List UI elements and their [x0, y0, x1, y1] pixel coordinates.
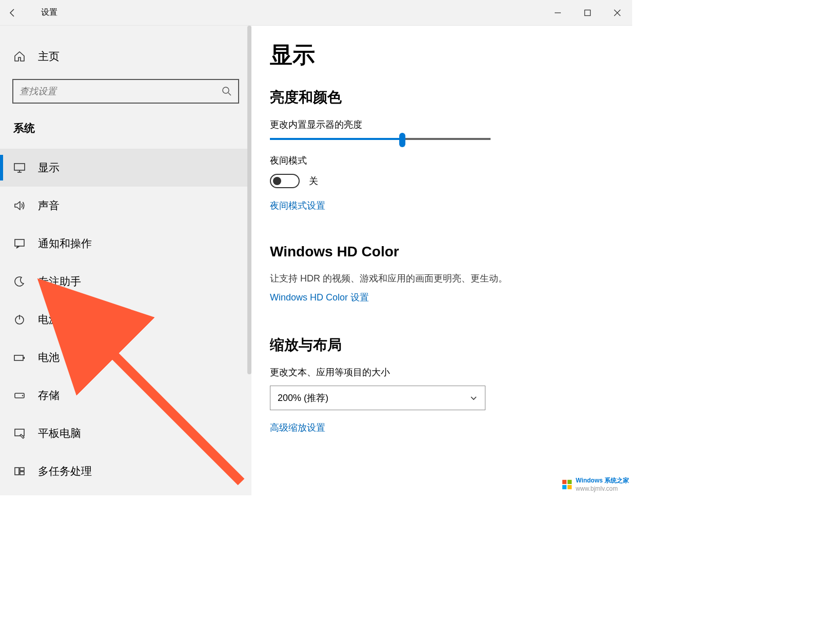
sidebar-item-label: 存储	[38, 388, 60, 402]
minimize-button[interactable]	[543, 0, 573, 26]
svg-rect-14	[15, 429, 24, 436]
sidebar-home-label: 主页	[38, 49, 60, 64]
windows-logo-icon	[561, 479, 573, 490]
section-hdr: Windows HD Color	[270, 244, 614, 260]
multitask-icon	[13, 465, 26, 477]
home-icon	[13, 50, 26, 63]
sidebar-scrollbar[interactable]	[247, 26, 251, 374]
hdr-settings-link[interactable]: Windows HD Color 设置	[270, 291, 369, 304]
sidebar-item-notifications[interactable]: 通知和操作	[0, 225, 251, 263]
sidebar-home[interactable]: 主页	[0, 41, 251, 72]
window-controls	[543, 0, 632, 26]
sidebar-item-power-sleep[interactable]: 电源和睡眠	[0, 300, 251, 338]
sidebar-item-display[interactable]: 显示	[0, 149, 251, 187]
svg-rect-19	[562, 479, 566, 484]
watermark: Windows 系统之家 www.bjmlv.com	[561, 476, 629, 492]
brightness-slider-label: 更改内置显示器的亮度	[270, 118, 614, 131]
svg-point-2	[223, 87, 229, 93]
search-icon	[222, 86, 232, 96]
sidebar-item-label: 通知和操作	[38, 236, 92, 251]
sidebar-item-label: 平板电脑	[38, 426, 81, 440]
sidebar-item-label: 电源和睡眠	[38, 312, 92, 327]
minimize-icon	[554, 9, 561, 16]
svg-rect-4	[14, 164, 25, 170]
night-mode-toggle[interactable]	[270, 174, 300, 188]
slider-fill	[270, 138, 402, 140]
monitor-icon	[13, 162, 26, 174]
close-button[interactable]	[602, 0, 632, 26]
sidebar: 主页 系统 显示 声	[0, 26, 251, 495]
slider-thumb[interactable]	[399, 133, 405, 147]
content: 显示 亮度和颜色 更改内置显示器的亮度 夜间模式 关 夜间模式设置 Window…	[251, 26, 632, 495]
scale-label: 更改文本、应用等项目的大小	[270, 366, 614, 378]
sidebar-item-label: 声音	[38, 198, 60, 213]
hdr-description: 让支持 HDR 的视频、游戏和应用的画面更明亮、更生动。	[270, 271, 614, 286]
svg-rect-7	[15, 239, 24, 246]
moon-icon	[13, 275, 26, 288]
svg-rect-22	[568, 485, 572, 489]
battery-icon	[13, 351, 26, 364]
maximize-icon	[584, 9, 591, 16]
sidebar-item-battery[interactable]: 电池	[0, 338, 251, 376]
section-brightness: 亮度和颜色	[270, 88, 614, 107]
svg-rect-21	[562, 485, 566, 489]
section-scale: 缩放与布局	[270, 335, 614, 355]
night-mode-label: 夜间模式	[270, 154, 614, 167]
sidebar-item-label: 电池	[38, 350, 60, 365]
scale-select[interactable]: 200% (推荐)	[270, 386, 485, 410]
svg-rect-20	[568, 479, 572, 484]
svg-rect-17	[20, 472, 24, 475]
window-title: 设置	[41, 7, 57, 18]
brightness-slider[interactable]	[270, 138, 614, 140]
night-mode-state: 关	[309, 175, 318, 187]
storage-icon	[13, 389, 26, 401]
sidebar-item-sound[interactable]: 声音	[0, 187, 251, 225]
sidebar-item-label: 显示	[38, 160, 60, 175]
back-button[interactable]	[0, 0, 26, 26]
maximize-button[interactable]	[573, 0, 602, 26]
svg-rect-1	[585, 10, 591, 15]
sidebar-category: 系统	[0, 114, 251, 149]
svg-rect-10	[14, 355, 23, 360]
night-mode-settings-link[interactable]: 夜间模式设置	[270, 199, 325, 212]
sidebar-item-label: 多任务处理	[38, 464, 92, 478]
notification-icon	[13, 237, 26, 250]
close-icon	[614, 9, 621, 16]
advanced-scale-link[interactable]: 高级缩放设置	[270, 421, 325, 434]
search-wrap	[0, 79, 251, 114]
sidebar-item-focus-assist[interactable]: 专注助手	[0, 263, 251, 300]
tablet-icon	[13, 427, 26, 439]
search-box[interactable]	[12, 79, 239, 104]
chevron-down-icon	[470, 394, 478, 402]
power-icon	[13, 313, 26, 326]
titlebar: 设置	[0, 0, 632, 26]
sidebar-item-tablet[interactable]: 平板电脑	[0, 414, 251, 452]
sidebar-item-multitask[interactable]: 多任务处理	[0, 452, 251, 490]
svg-rect-15	[15, 468, 19, 475]
watermark-brand: Windows 系统之家	[576, 476, 629, 485]
arrow-left-icon	[8, 8, 18, 18]
svg-point-13	[22, 395, 23, 396]
sidebar-item-label: 专注助手	[38, 274, 81, 289]
page-title: 显示	[270, 40, 614, 70]
scale-value: 200% (推荐)	[278, 392, 328, 404]
svg-rect-16	[20, 468, 24, 471]
sidebar-item-storage[interactable]: 存储	[0, 376, 251, 414]
svg-line-3	[228, 93, 231, 95]
toggle-knob	[273, 177, 281, 185]
speaker-icon	[13, 199, 26, 212]
watermark-url: www.bjmlv.com	[576, 485, 629, 492]
svg-rect-11	[24, 357, 25, 359]
search-input[interactable]	[19, 86, 222, 97]
